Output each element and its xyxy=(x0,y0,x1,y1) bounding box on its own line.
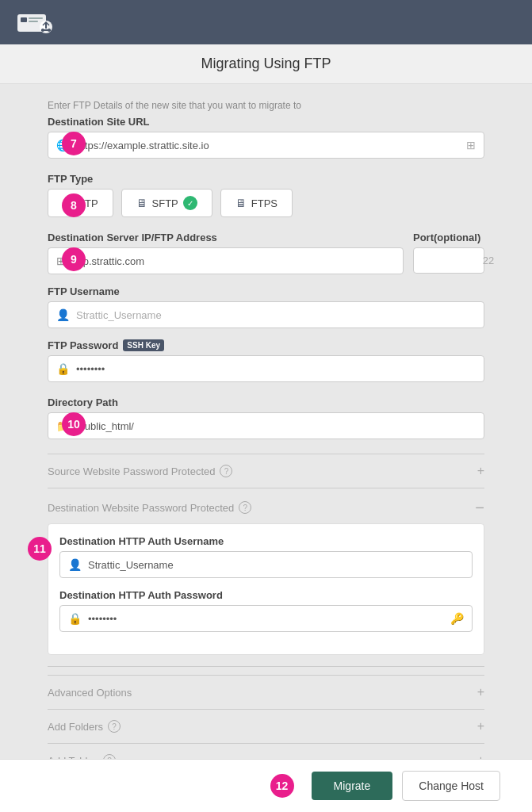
source-help-icon: ? xyxy=(220,465,232,477)
ftp-password-wrapper[interactable]: 🔒 xyxy=(48,355,484,382)
step12-badge: 12 xyxy=(270,774,294,798)
copy-icon[interactable]: ⊞ xyxy=(466,139,476,151)
step8-section: 8 FTP Type 🖥 FTP 🖥 SFTP ✓ 🖥 FTPS xyxy=(48,173,484,217)
step10-section: 10 Directory Path 📁 xyxy=(48,396,484,439)
server-ip-input[interactable] xyxy=(72,255,395,267)
add-folders-section[interactable]: Add Folders ? + xyxy=(48,709,484,743)
svg-point-5 xyxy=(41,29,44,32)
ftp-type-buttons: 🖥 FTP 🖥 SFTP ✓ 🖥 FTPS xyxy=(48,189,484,217)
ftp-username-input[interactable] xyxy=(76,309,476,321)
svg-point-6 xyxy=(48,29,51,32)
http-username-wrapper[interactable]: 👤 xyxy=(59,551,473,578)
server-ip-label: Destination Server IP/FTP Address xyxy=(48,232,404,243)
footer: 12 Migrate Change Host xyxy=(0,759,532,812)
http-username-label: Destination HTTP Auth Username xyxy=(59,535,473,547)
directory-path-label: Directory Path xyxy=(48,396,484,408)
source-expand-icon: + xyxy=(477,464,484,478)
directory-path-input[interactable] xyxy=(76,420,476,432)
step11-badge: 11 xyxy=(28,537,52,561)
ssh-key-badge[interactable]: SSH Key xyxy=(123,339,164,351)
port-label: Port(optional) xyxy=(413,232,484,243)
server-ip-wrapper[interactable]: ⊞ xyxy=(48,247,404,274)
destination-url-group: Destination Site URL 🌐 ⊞ xyxy=(48,116,484,159)
http-lock-icon: 🔒 xyxy=(68,612,82,625)
sftp-label: SFTP xyxy=(152,197,178,209)
destination-header[interactable]: Destination Website Password Protected ?… xyxy=(48,500,484,515)
step9-section: 9 Destination Server IP/FTP Address ⊞ Po… xyxy=(48,232,484,382)
advanced-options-section[interactable]: Advanced Options + xyxy=(48,675,484,709)
port-group: Port(optional) xyxy=(413,232,484,274)
ftps-button[interactable]: 🖥 FTPS xyxy=(220,189,293,217)
destination-label: Destination Website Password Protected ? xyxy=(48,501,251,514)
step9-badge: 9 xyxy=(62,247,86,271)
migrate-button[interactable]: Migrate xyxy=(312,772,393,800)
server-ip-group: Destination Server IP/FTP Address ⊞ xyxy=(48,232,404,274)
add-folders-label: Add Folders ? xyxy=(48,720,121,733)
main-content: Enter FTP Details of the new site that y… xyxy=(0,84,532,812)
page-title: Migrating Using FTP xyxy=(0,56,532,72)
change-host-button[interactable]: Change Host xyxy=(402,771,500,801)
http-password-input[interactable] xyxy=(88,613,444,625)
sftp-button[interactable]: 🖥 SFTP ✓ xyxy=(121,189,212,217)
destination-help-icon: ? xyxy=(239,501,251,514)
ftp-password-label: FTP Password SSH Key xyxy=(48,339,484,351)
advanced-options-label: Advanced Options xyxy=(48,687,132,699)
ftp-type-group: FTP Type 🖥 FTP 🖥 SFTP ✓ 🖥 FTPS xyxy=(48,173,484,217)
header xyxy=(0,0,532,44)
destination-url-input[interactable] xyxy=(76,140,460,151)
destination-url-input-wrapper[interactable]: 🌐 ⊞ xyxy=(48,132,484,159)
destination-section: Destination Website Password Protected ?… xyxy=(48,488,484,667)
source-label: Source Website Password Protected ? xyxy=(48,465,232,477)
destination-collapse-icon: − xyxy=(475,500,484,515)
add-folders-expand-icon: + xyxy=(477,719,484,733)
svg-rect-2 xyxy=(29,17,43,19)
ftp-password-group: FTP Password SSH Key 🔒 xyxy=(48,339,484,382)
port-input[interactable] xyxy=(422,255,532,266)
http-username-group: Destination HTTP Auth Username 👤 xyxy=(59,535,473,578)
ftps-label: FTPS xyxy=(251,197,277,209)
ftp-username-wrapper[interactable]: 👤 xyxy=(48,301,484,328)
step7-badge: 7 xyxy=(62,132,86,155)
directory-path-wrapper[interactable]: 📁 xyxy=(48,412,484,439)
ftp-username-label: FTP Username xyxy=(48,285,484,297)
step11-content: 11 Destination HTTP Auth Username 👤 Dest… xyxy=(48,523,484,655)
logo-icon xyxy=(16,8,54,36)
server-port-group: Destination Server IP/FTP Address ⊞ Port… xyxy=(48,232,484,274)
svg-rect-1 xyxy=(21,17,27,22)
form-subtitle: Enter FTP Details of the new site that y… xyxy=(48,100,484,111)
step8-badge: 8 xyxy=(62,193,86,217)
http-username-input[interactable] xyxy=(88,559,464,571)
lock-icon: 🔒 xyxy=(56,362,70,375)
title-bar: Migrating Using FTP xyxy=(0,44,532,84)
ftp-username-group: FTP Username 👤 xyxy=(48,285,484,328)
add-folders-help-icon: ? xyxy=(108,720,121,733)
svg-rect-7 xyxy=(45,22,47,29)
ftp-type-label: FTP Type xyxy=(48,173,484,185)
http-password-label: Destination HTTP Auth Password xyxy=(59,589,473,601)
step7-section: 7 Destination Site URL 🌐 ⊞ xyxy=(48,116,484,159)
svg-rect-3 xyxy=(29,21,38,22)
sftp-check-icon: ✓ xyxy=(183,196,197,210)
http-password-group: Destination HTTP Auth Password 🔒 🔑 xyxy=(59,589,473,632)
sftp-icon: 🖥 xyxy=(136,197,147,209)
http-user-icon: 👤 xyxy=(68,558,82,571)
destination-url-label: Destination Site URL xyxy=(48,116,484,128)
user-icon: 👤 xyxy=(56,308,70,321)
ftp-password-input[interactable] xyxy=(76,363,476,375)
advanced-expand-icon: + xyxy=(477,685,484,699)
port-wrapper[interactable] xyxy=(413,247,484,274)
password-toggle-icon[interactable]: 🔑 xyxy=(450,612,464,625)
http-password-wrapper[interactable]: 🔒 🔑 xyxy=(59,605,473,632)
step10-badge: 10 xyxy=(62,412,86,436)
directory-path-group: Directory Path 📁 xyxy=(48,396,484,439)
ftps-icon: 🖥 xyxy=(235,197,247,209)
source-section[interactable]: Source Website Password Protected ? + xyxy=(48,454,484,488)
